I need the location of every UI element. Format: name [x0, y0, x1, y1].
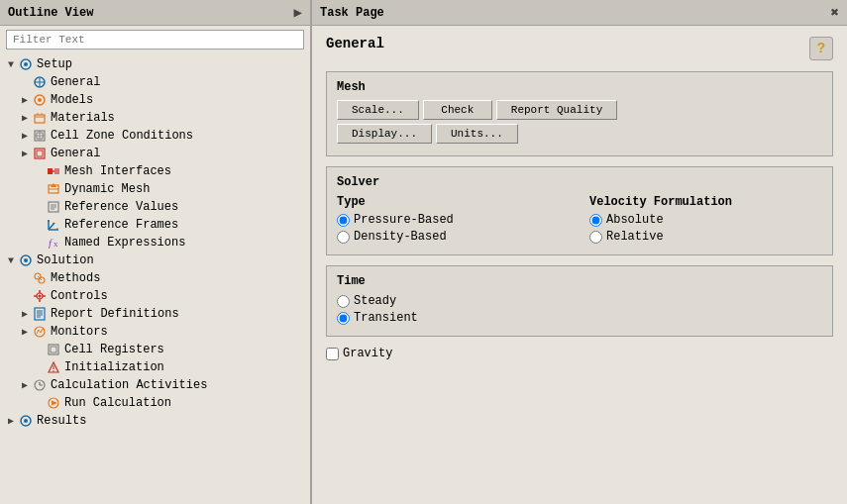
mesh-section: Mesh Scale... Check Report Quality Displ… [326, 71, 833, 156]
runcalc-icon [46, 395, 61, 411]
cellreg-icon [46, 342, 61, 357]
controls-expander [18, 289, 32, 303]
cellreg-expander [32, 343, 46, 356]
reportdefs-expander: ▶ [18, 307, 32, 321]
monitors-label: Monitors [51, 325, 108, 339]
mesh-section-title: Mesh [337, 80, 822, 94]
init-label: Initialization [64, 360, 164, 374]
namedexpr-expander [32, 236, 46, 250]
relative-label[interactable]: Relative [606, 230, 664, 244]
tree-item-runcalc[interactable]: Run Calculation [0, 394, 310, 412]
relative-radio[interactable] [589, 231, 602, 244]
task-page-panel: Task Page ✖ General ? Mesh Scale... Chec… [312, 0, 847, 504]
tree-item-general[interactable]: General [0, 73, 310, 91]
display-button[interactable]: Display... [337, 124, 432, 144]
svg-text:x: x [53, 239, 58, 249]
runcalc-label: Run Calculation [64, 396, 171, 410]
tree-item-materials[interactable]: ▶ Materials [0, 109, 310, 127]
results-icon [18, 413, 34, 429]
task-close-button[interactable]: ✖ [831, 4, 839, 21]
svg-point-56 [53, 370, 54, 372]
tree-item-refframes[interactable]: Reference Frames [0, 216, 310, 234]
density-based-radio[interactable] [337, 231, 350, 244]
refframes-label: Reference Frames [64, 218, 178, 232]
absolute-radio[interactable] [589, 214, 602, 227]
controls-label: Controls [51, 289, 108, 303]
tree-item-monitors[interactable]: ▶ Monitors [0, 323, 310, 341]
collapse-arrow[interactable]: ▶ [294, 4, 302, 21]
tree-item-calcact[interactable]: ▶ Calculation Activities [0, 376, 310, 394]
solution-section[interactable]: ▼ Solution [0, 252, 310, 269]
results-section[interactable]: ▶ Results [0, 412, 310, 430]
help-icon: ? [817, 41, 825, 56]
meshinterfaces-label: Mesh Interfaces [64, 164, 171, 178]
units-button[interactable]: Units... [436, 124, 518, 144]
mesh-button-row-2: Display... Units... [337, 124, 822, 144]
solution-expander: ▼ [4, 253, 18, 267]
svg-point-63 [24, 419, 28, 423]
svg-rect-46 [35, 308, 45, 320]
steady-radio[interactable] [337, 295, 350, 308]
refframes-expander [32, 218, 46, 232]
density-based-label[interactable]: Density-Based [354, 230, 447, 244]
transient-radio[interactable] [337, 312, 350, 325]
tree-item-namedexpr[interactable]: f x Named Expressions [0, 234, 310, 252]
cellzone-icon [32, 128, 48, 144]
methods-label: Methods [51, 271, 100, 285]
calcact-expander: ▶ [18, 378, 32, 392]
relative-row: Relative [589, 230, 822, 244]
general-label: General [51, 75, 100, 89]
materials-label: Materials [51, 111, 115, 125]
tree-item-controls[interactable]: Controls [0, 287, 310, 305]
tree-item-cellreg[interactable]: Cell Registers [0, 341, 310, 358]
namedexpr-label: Named Expressions [64, 236, 185, 250]
check-button[interactable]: Check [423, 100, 492, 120]
setup-section[interactable]: ▼ Setup [0, 55, 310, 73]
reportdefs-icon [32, 306, 48, 322]
solution-label: Solution [37, 253, 94, 267]
dynamicmesh-expander [32, 182, 46, 196]
tree-item-refvalues[interactable]: Reference Values [0, 198, 310, 216]
boundary-label: General [51, 147, 100, 160]
absolute-row: Absolute [589, 213, 822, 227]
filter-input[interactable] [6, 30, 304, 50]
type-title: Type [337, 195, 570, 209]
task-page-title: Task Page [320, 6, 384, 20]
runcalc-expander [32, 396, 46, 410]
svg-point-36 [24, 258, 28, 262]
tree-item-dynamicmesh[interactable]: Dynamic Mesh [0, 180, 310, 198]
solver-columns: Type Pressure-Based Density-Based Veloci… [337, 195, 822, 247]
tree-item-models[interactable]: ▶ Models [0, 91, 310, 109]
report-quality-button[interactable]: Report Quality [496, 100, 617, 120]
refvalues-icon [46, 199, 61, 215]
tree-item-cellzone[interactable]: ▶ Cell Zone Conditions [0, 127, 310, 145]
tree-item-methods[interactable]: Methods [0, 269, 310, 287]
gravity-checkbox[interactable] [326, 348, 339, 360]
velocity-title: Velocity Formulation [589, 195, 822, 209]
meshinterfaces-icon [46, 163, 61, 179]
help-button[interactable]: ? [809, 37, 833, 60]
refvalues-label: Reference Values [64, 200, 178, 214]
svg-rect-16 [37, 151, 43, 156]
svg-rect-53 [51, 347, 56, 353]
models-expander: ▶ [18, 93, 32, 107]
outline-view-title: Outline View [8, 6, 93, 20]
tree-item-reportdefs[interactable]: ▶ Report Definitions [0, 305, 310, 323]
scale-button[interactable]: Scale... [337, 100, 419, 120]
tree-item-init[interactable]: Initialization [0, 358, 310, 376]
transient-label[interactable]: Transient [354, 311, 418, 325]
cellzone-expander: ▶ [18, 129, 32, 143]
steady-label[interactable]: Steady [354, 294, 396, 308]
cellzone-label: Cell Zone Conditions [51, 129, 193, 143]
pressure-based-radio[interactable] [337, 214, 350, 227]
pressure-based-label[interactable]: Pressure-Based [354, 213, 454, 227]
gravity-label[interactable]: Gravity [343, 347, 392, 360]
setup-expander: ▼ [4, 57, 18, 71]
tree-item-meshinterfaces[interactable]: Mesh Interfaces [0, 162, 310, 180]
absolute-label[interactable]: Absolute [606, 213, 664, 227]
time-section: Time Steady Transient [326, 265, 833, 337]
materials-icon [32, 110, 48, 126]
tree-item-boundary[interactable]: ▶ General [0, 145, 310, 162]
solution-icon [18, 252, 34, 268]
svg-point-45 [39, 295, 42, 298]
